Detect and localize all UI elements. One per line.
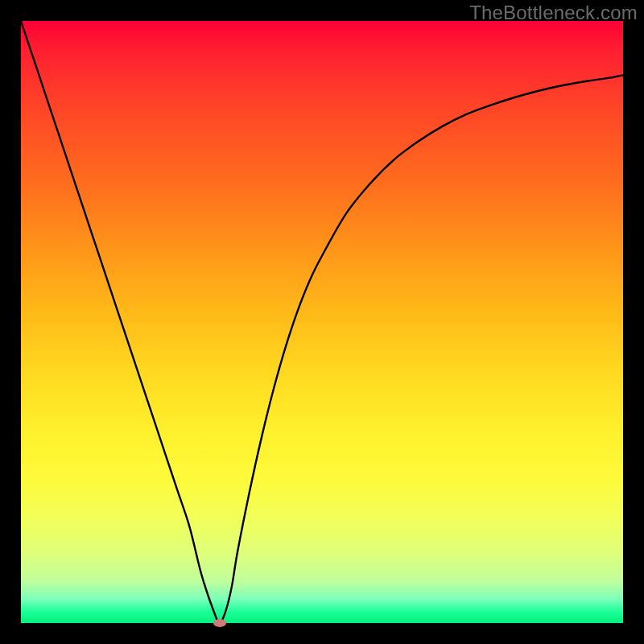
plot-frame	[21, 21, 623, 623]
bottleneck-curve	[21, 21, 623, 623]
curve-path	[21, 21, 623, 623]
minimum-marker-dot	[213, 619, 226, 627]
